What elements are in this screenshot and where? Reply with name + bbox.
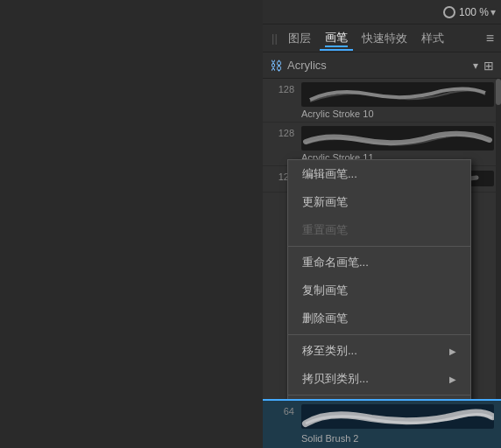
scrollbar-thumb[interactable] xyxy=(496,79,501,105)
brush-name-10: Acrylic Stroke 10 xyxy=(301,108,494,119)
ctx-delete[interactable]: 删除画笔 xyxy=(288,304,470,332)
brush-content-10: Acrylic Stroke 10 xyxy=(301,82,494,119)
tab-bar: || 图层 画笔 快速特效 样式 ≡ xyxy=(263,24,501,52)
scrollbar[interactable] xyxy=(496,79,501,399)
ctx-copy[interactable]: 复制画笔 xyxy=(288,276,470,304)
ctx-reset: 重置画笔 xyxy=(288,216,470,244)
left-panel xyxy=(0,0,263,448)
brush-number-10: 128 xyxy=(270,82,294,94)
panel-menu-icon[interactable]: ≡ xyxy=(486,31,494,46)
ctx-update[interactable]: 更新画笔 xyxy=(288,188,470,216)
selected-brush[interactable]: 64 Solid Brush 2 xyxy=(263,399,501,448)
brush-stroke-11 xyxy=(301,126,494,150)
tab-brush-label: 画笔 xyxy=(325,31,348,47)
tab-separator-left: || xyxy=(272,32,278,45)
brush-list: 128 Acrylic Stroke 10 128 xyxy=(263,79,501,399)
zoom-display: 100 % ▾ xyxy=(459,6,496,18)
circle-icon xyxy=(443,6,455,18)
top-bar-right: 100 % ▾ xyxy=(443,6,496,18)
ctx-copy-to-arrow: ▶ xyxy=(449,374,456,384)
tab-style[interactable]: 样式 xyxy=(416,27,449,50)
ctx-edit[interactable]: 编辑画笔... xyxy=(288,160,470,188)
brush-number-11: 128 xyxy=(270,126,294,138)
link-icon: ⛓ xyxy=(270,59,282,73)
top-bar: 100 % ▾ xyxy=(263,0,501,24)
selected-brush-content: Solid Brush 2 xyxy=(301,404,494,444)
ctx-sep-2 xyxy=(288,334,470,335)
grid-icon[interactable]: ⊞ xyxy=(483,59,494,73)
acrylics-header: ⛓ Acrylics ▾ ⊞ xyxy=(263,52,501,79)
brush-item-10[interactable]: 128 Acrylic Stroke 10 xyxy=(263,79,501,122)
brush-panel: 100 % ▾ || 图层 画笔 快速特效 样式 ≡ ⛓ Acrylics ▾ … xyxy=(263,0,501,448)
selected-brush-number: 64 xyxy=(270,404,294,416)
ctx-move-arrow: ▶ xyxy=(449,346,456,356)
acrylics-title: Acrylics xyxy=(287,59,473,72)
ctx-new-solid[interactable]: 新建实体画笔 xyxy=(288,397,470,399)
selected-brush-name: Solid Brush 2 xyxy=(301,433,358,444)
brush-stroke-10 xyxy=(301,82,494,107)
brush-content-11: Acrylic Stroke 11 xyxy=(301,126,494,163)
ctx-copy-to[interactable]: 拷贝到类别... ▶ xyxy=(288,365,470,393)
zoom-value: 100 % xyxy=(459,6,489,18)
ctx-sep-1 xyxy=(288,246,470,247)
selected-brush-stroke xyxy=(301,404,494,429)
tab-effects[interactable]: 快速特效 xyxy=(356,27,413,50)
ctx-rename[interactable]: 重命名画笔... xyxy=(288,248,470,276)
tab-layers[interactable]: 图层 xyxy=(283,27,316,50)
context-menu: 编辑画笔... 更新画笔 重置画笔 重命名画笔... 复制画笔 删除画笔 移至类… xyxy=(287,159,471,399)
tab-brush[interactable]: 画笔 xyxy=(320,26,353,51)
zoom-dropdown-icon[interactable]: ▾ xyxy=(490,6,496,18)
collapse-arrow[interactable]: ▾ xyxy=(473,60,478,72)
ctx-sep-3 xyxy=(288,395,470,396)
ctx-move[interactable]: 移至类别... ▶ xyxy=(288,337,470,365)
